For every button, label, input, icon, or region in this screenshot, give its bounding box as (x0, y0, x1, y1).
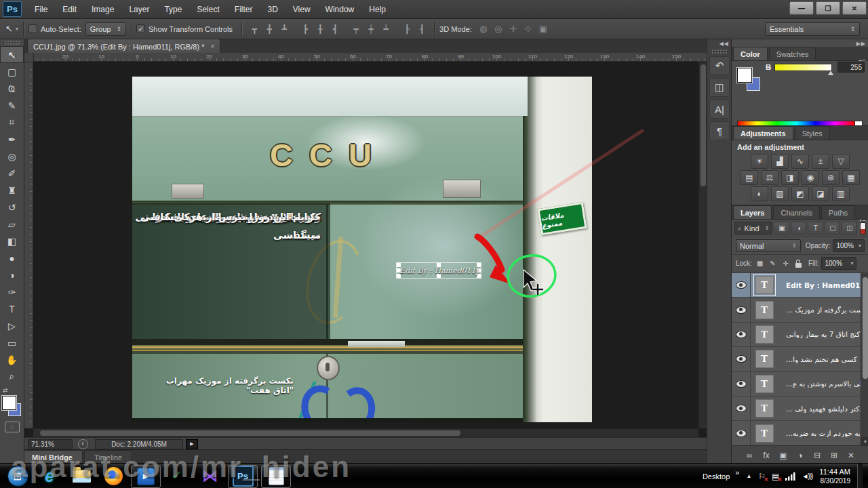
distribute-left-edges-icon[interactable]: ┠ (399, 22, 414, 36)
curves-icon[interactable]: ∿ (791, 154, 809, 169)
blend-mode-dropdown[interactable]: Normal ⇕ (736, 239, 801, 252)
distribute-vertical-centers-icon[interactable]: ┿ (363, 22, 378, 36)
pen-tool[interactable]: ✑ (0, 283, 24, 300)
eyedropper-tool[interactable]: ✒ (0, 131, 24, 148)
layer-visibility-cell[interactable] (732, 347, 751, 371)
filter-pixel-layers-icon[interactable]: ▣ (774, 222, 789, 235)
taskbar-item[interactable]: Ps (228, 465, 258, 488)
rectangular-marquee-tool[interactable]: ▢ (0, 63, 24, 80)
layer-visibility-cell[interactable] (732, 323, 751, 346)
taskbar-item[interactable]: ⊞ (3, 466, 32, 487)
lasso-tool[interactable]: Ҩ (0, 80, 24, 97)
character-panel-icon[interactable]: A| (709, 100, 730, 119)
chevron-right-icon[interactable]: » (735, 468, 739, 476)
status-menu-arrow-icon[interactable]: ▶ (186, 439, 198, 449)
layer-visibility-cell[interactable] (732, 396, 751, 420)
layer-row[interactable]: T Edit By : Hamed011j (732, 273, 861, 298)
filter-adjustment-layers-icon[interactable]: ◑ (791, 222, 806, 235)
scrollbar-thumb[interactable] (863, 277, 868, 379)
layer-row[interactable]: T ...ضربه خوردم ازت به ضربه (732, 421, 861, 445)
layer-thumbnail[interactable]: T (751, 325, 778, 344)
channel-slider[interactable] (774, 64, 832, 71)
transform-selection-box[interactable]: Edit By : Hamed011j (396, 262, 481, 279)
exposure-icon[interactable]: ± (812, 154, 829, 169)
menu-item[interactable]: Filter (227, 1, 260, 18)
taskbar-item[interactable]: → (164, 466, 193, 487)
layer-thumbnail[interactable]: T (751, 301, 778, 319)
align-vertical-centers-icon[interactable]: ╋ (262, 22, 277, 36)
menu-item[interactable]: 3D (260, 1, 285, 18)
posterize-icon[interactable]: ▨ (771, 186, 789, 201)
zoom-level-field[interactable]: 71.31% (28, 439, 73, 449)
layer-name[interactable]: ... تکست برگرفته از موزیک (778, 306, 861, 314)
link-layers-icon[interactable]: ∞ (745, 451, 754, 460)
layer-row[interactable]: T ...ولی بالاسرم نوشتن به ع (732, 372, 861, 396)
collapse-panels-icon[interactable]: ◀◀ (710, 41, 729, 47)
eye-icon[interactable] (736, 380, 747, 388)
align-horizontal-centers-icon[interactable]: ╂ (313, 22, 328, 36)
layer-visibility-cell[interactable] (732, 298, 751, 321)
new-group-icon[interactable]: ⊟ (812, 451, 822, 460)
quick-selection-tool[interactable]: ✎ (0, 97, 24, 114)
swap-colors-icon[interactable]: ⇄ (3, 387, 24, 395)
new-layer-icon[interactable]: ⊞ (829, 451, 839, 460)
taskbar-item[interactable]: ▶ (131, 465, 161, 488)
panel-drag-handle[interactable] (4, 40, 20, 45)
layer-thumbnail[interactable]: T (751, 350, 778, 368)
minimize-button[interactable]: — (789, 1, 814, 15)
crop-tool[interactable]: ⌗ (0, 114, 24, 131)
panel-tab[interactable]: Adjustments (733, 126, 793, 140)
menu-item[interactable]: Edit (55, 1, 84, 18)
action-center-flag-icon[interactable]: ⚐✕ (758, 472, 766, 481)
lock-position-icon[interactable]: ✛ (781, 258, 791, 268)
history-panel-icon[interactable]: ↶ (709, 56, 730, 75)
filter-type-layers-icon[interactable]: T (808, 222, 823, 235)
taskbar-item[interactable] (67, 466, 96, 487)
device-status-icon[interactable]: ▤✕ (772, 472, 779, 481)
canvas-image[interactable]: CCU کنج اتاق ۷ یه بیمار روانیکسی هم تختم… (132, 77, 592, 422)
panel-tab[interactable]: Layers (733, 205, 772, 219)
layer-name[interactable]: کنج اتاق 7 یه بیمار روانی (778, 330, 861, 338)
black-white-icon[interactable]: ◨ (781, 170, 799, 185)
align-bottom-edges-icon[interactable]: ┻ (277, 22, 292, 36)
type-tool[interactable]: T (0, 300, 24, 317)
color-lookup-icon[interactable]: ▦ (842, 170, 860, 185)
show-desktop-button[interactable] (857, 464, 863, 488)
3d-slide-icon[interactable]: ⊹ (521, 22, 536, 36)
eye-icon[interactable] (736, 430, 747, 437)
menu-item[interactable]: Layer (121, 1, 157, 18)
workspace-dropdown[interactable]: Essentials ⇕ (765, 22, 860, 36)
taskbar-clock[interactable]: 11:44 AM 8/30/2019 (819, 468, 850, 485)
levels-icon[interactable]: ▟ (771, 154, 789, 169)
history-brush-tool[interactable]: ↺ (0, 199, 24, 216)
path-selection-tool[interactable]: ▷ (0, 317, 24, 334)
slider-thumb[interactable] (828, 71, 833, 75)
menu-item[interactable]: File (27, 1, 55, 18)
restore-button[interactable]: ❐ (816, 1, 840, 15)
threshold-icon[interactable]: ◩ (791, 186, 809, 201)
auto-select-checkbox[interactable] (28, 24, 37, 33)
brightness-contrast-icon[interactable]: ☀ (751, 154, 768, 169)
align-left-edges-icon[interactable]: ┣ (298, 22, 313, 36)
panel-tab[interactable]: Channels (773, 205, 819, 219)
layer-row[interactable]: T ...کسی هم تختم نشد وا (732, 347, 861, 371)
speaker-icon[interactable]: ◄))) (802, 472, 812, 480)
layer-name[interactable]: Edit By : Hamed011j (778, 281, 861, 289)
properties-panel-icon[interactable]: ◫ (709, 78, 730, 97)
fill-field[interactable]: 100% ▾ (821, 257, 856, 270)
foreground-color-swatch[interactable] (2, 396, 16, 410)
distribute-bottom-edges-icon[interactable]: ┷ (378, 22, 393, 36)
taskbar-item[interactable] (99, 466, 127, 487)
opacity-field[interactable]: 100% ▾ (833, 239, 865, 252)
channel-mixer-icon[interactable]: ⊛ (822, 170, 840, 185)
taskbar-item[interactable]: e (35, 466, 64, 487)
3d-scale-icon[interactable]: ▣ (536, 22, 551, 36)
panel-drag-handle[interactable] (711, 49, 728, 54)
menu-item[interactable]: Type (157, 1, 189, 18)
paragraph-panel-icon[interactable]: ¶ (709, 121, 730, 140)
kind-filter-dropdown[interactable]: ⌕ Kind ⇕ (734, 222, 772, 235)
layer-thumbnail[interactable]: T (751, 375, 778, 393)
eye-icon[interactable] (736, 405, 747, 412)
layer-thumbnail[interactable]: T (751, 424, 778, 443)
panel-tab[interactable]: Swatches (769, 47, 816, 60)
